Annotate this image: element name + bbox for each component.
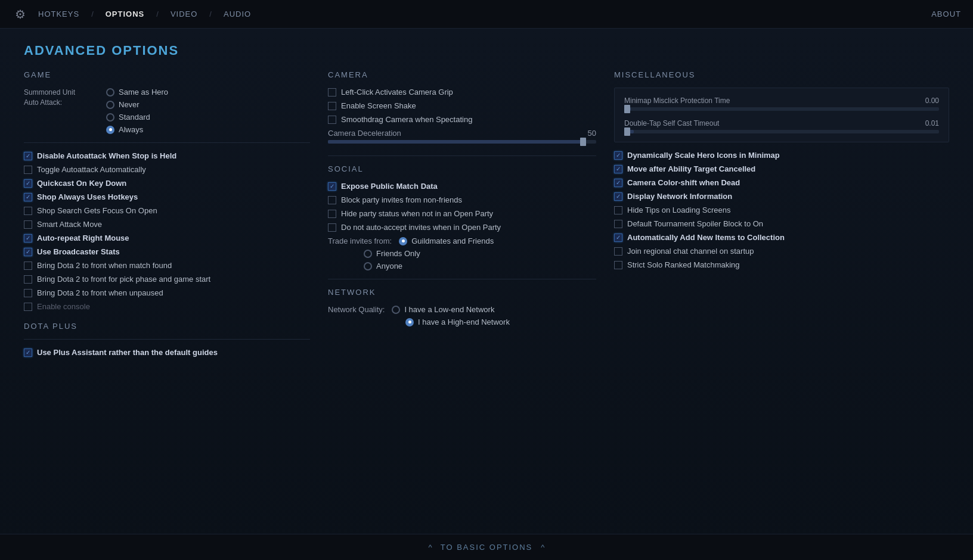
cb-box-broadcaster-stats [24,248,32,256]
cb-regional-chat[interactable]: Join regional chat channel on startup [614,247,949,256]
cb-bring-front-unpause[interactable]: Bring Dota 2 to front when unpaused [24,288,310,297]
cb-box-left-click-grip [328,88,336,97]
camera-decel-container: Camera Deceleration 50 [328,129,596,144]
cb-box-bring-front-unpause [24,289,32,297]
cb-strict-solo[interactable]: Strict Solo Ranked Matchmaking [614,260,949,269]
radio-high-end[interactable]: I have a High-end Network [405,318,596,326]
cb-label-disable-autoattack: Disable Autoattack When Stop is Held [37,151,176,160]
cb-label-shop-search: Shop Search Gets Focus On Open [37,206,157,215]
cb-move-after-ability[interactable]: Move after Ability Target Cancelled [614,164,949,173]
cb-broadcaster-stats[interactable]: Use Broadcaster Stats [24,247,310,256]
double-tap-slider-value: 0.01 [925,119,939,127]
cb-label-bring-front-pick: Bring Dota 2 to front for pick phase and… [37,275,210,284]
radio-circle-friends-only [364,250,372,258]
minimap-slider-track[interactable] [624,107,939,111]
cb-box-smart-attack [24,220,32,229]
social-section: SOCIAL Expose Public Match Data Block pa… [328,164,596,270]
cb-label-smoothdrag: Smoothdrag Camera when Spectating [341,115,472,124]
cb-label-display-network: Display Network Information [627,192,732,201]
radio-standard[interactable]: Standard [106,113,168,122]
summoned-unit-label: Summoned Unit Auto Attack: [24,88,101,134]
cb-box-shop-hotkeys [24,193,32,201]
cb-no-auto-accept[interactable]: Do not auto-accept invites when in Open … [328,223,596,232]
cb-box-quickcast [24,179,32,188]
cb-box-bring-front-pick [24,275,32,284]
cb-dynamic-scale-hero[interactable]: Dynamically Scale Hero Icons in Minimap [614,151,949,160]
cb-box-hide-tips [614,206,622,214]
cb-label-quickcast: Quickcast On Key Down [37,179,126,188]
cb-label-no-auto-accept: Do not auto-accept invites when in Open … [341,223,501,232]
cb-label-strict-solo: Strict Solo Ranked Matchmaking [627,260,740,269]
nav-options[interactable]: OPTIONS [102,7,148,21]
cb-box-disable-autoattack [24,152,32,160]
radio-low-end[interactable]: I have a Low-end Network [392,305,494,314]
cb-label-expose-public: Expose Public Match Data [341,182,438,191]
cb-expose-public[interactable]: Expose Public Match Data [328,182,596,191]
cb-toggle-autoattack[interactable]: Toggle Autoattack Automatically [24,165,310,174]
cb-box-auto-add-items [614,234,622,242]
radio-never[interactable]: Never [106,100,168,109]
network-section: NETWORK Network Quality: I have a Low-en… [328,288,596,326]
cb-camera-colorshift[interactable]: Camera Color-shift when Dead [614,178,949,187]
summoned-unit-options: Same as Hero Never Standard Always [106,88,168,134]
cb-smoothdrag[interactable]: Smoothdrag Camera when Spectating [328,115,596,124]
nav-about[interactable]: ABOUT [931,10,961,18]
cb-screen-shake[interactable]: Enable Screen Shake [328,101,596,110]
cb-quickcast[interactable]: Quickcast On Key Down [24,179,310,188]
radio-label-standard: Standard [119,113,150,122]
cb-enable-console[interactable]: Enable console [24,302,310,311]
minimap-slider-row: Minimap Misclick Protection Time 0.00 [624,97,939,111]
radio-always[interactable]: Always [106,125,168,134]
cb-bring-front-match[interactable]: Bring Dota 2 to front when match found [24,261,310,270]
gear-icon[interactable]: ⚙ [12,6,29,23]
cb-label-screen-shake: Enable Screen Shake [341,101,416,110]
cb-display-network[interactable]: Display Network Information [614,192,949,201]
cb-smart-attack[interactable]: Smart Attack Move [24,220,310,229]
cb-label-shop-hotkeys: Shop Always Uses Hotkeys [37,192,138,201]
cb-label-plus-assistant: Use Plus Assistant rather than the defau… [37,348,218,357]
radio-guildmates[interactable]: Guildmates and Friends [399,237,494,245]
cb-auto-add-items[interactable]: Automatically Add New Items to Collectio… [614,233,949,242]
cb-box-display-network [614,192,622,201]
camera-decel-fill [328,140,583,144]
radio-circle-always [106,126,114,134]
minimap-slider-label: Minimap Misclick Protection Time [624,97,730,105]
bottom-bar[interactable]: ^ TO BASIC OPTIONS ^ [0,534,973,560]
cb-tournament-spoiler[interactable]: Default Tournament Spoiler Block to On [614,219,949,228]
cb-hide-party-status[interactable]: Hide party status when not in an Open Pa… [328,209,596,218]
nav-video[interactable]: VIDEO [167,7,201,21]
nav-audio[interactable]: AUDIO [220,7,255,21]
cb-box-screen-shake [328,102,336,110]
double-tap-slider-row: Double-Tap Self Cast Timeout 0.01 [624,119,939,133]
network-quality-label: Network Quality: [328,305,385,314]
cb-label-auto-repeat-mouse: Auto-repeat Right Mouse [37,234,129,242]
cb-disable-autoattack[interactable]: Disable Autoattack When Stop is Held [24,151,310,160]
main-area: ADVANCED OPTIONS GAME Summoned Unit Auto… [0,29,973,560]
cb-hide-tips[interactable]: Hide Tips on Loading Screens [614,206,949,214]
sep2: / [156,10,159,18]
sep1: / [91,10,94,18]
radio-friends-only[interactable]: Friends Only [364,249,596,258]
radio-same-as-hero[interactable]: Same as Hero [106,88,168,97]
cb-bring-front-pick[interactable]: Bring Dota 2 to front for pick phase and… [24,275,310,284]
double-tap-slider-track[interactable] [624,130,939,133]
cb-label-camera-colorshift: Camera Color-shift when Dead [627,178,740,187]
radio-anyone[interactable]: Anyone [364,262,596,270]
cb-block-party[interactable]: Block party invites from non-friends [328,195,596,204]
radio-label-anyone: Anyone [376,262,402,270]
cb-plus-assistant[interactable]: Use Plus Assistant rather than the defau… [24,348,310,357]
cb-auto-repeat-mouse[interactable]: Auto-repeat Right Mouse [24,234,310,242]
cb-box-strict-solo [614,261,622,269]
cb-shop-search[interactable]: Shop Search Gets Focus On Open [24,206,310,215]
cb-left-click-grip[interactable]: Left-Click Activates Camera Grip [328,88,596,97]
radio-label-high-end: I have a High-end Network [418,318,510,326]
cb-shop-hotkeys[interactable]: Shop Always Uses Hotkeys [24,192,310,201]
cb-label-regional-chat: Join regional chat channel on startup [627,247,754,256]
cb-label-enable-console: Enable console [37,302,90,311]
cb-box-regional-chat [614,247,622,256]
camera-decel-thumb [580,138,586,146]
camera-decel-slider[interactable] [328,140,596,144]
nav-hotkeys[interactable]: HOTKEYS [35,7,83,21]
cb-box-toggle-autoattack [24,166,32,174]
camera-section-title: CAMERA [328,70,596,79]
